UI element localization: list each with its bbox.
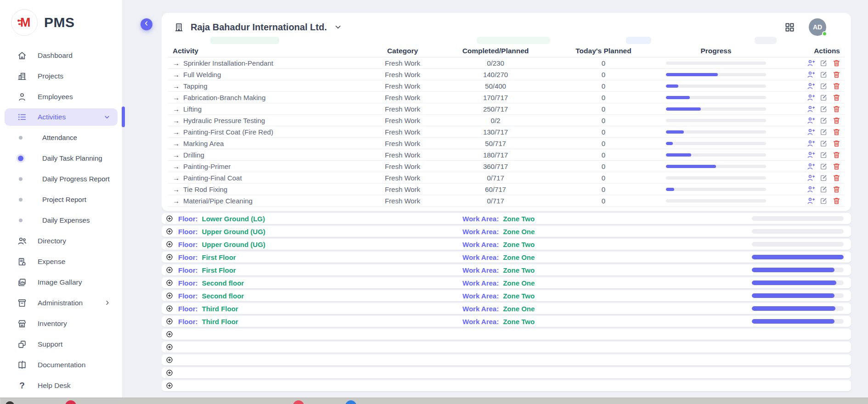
work-area-label: Work Area:	[462, 241, 499, 248]
completed-planned-cell: 0/2	[440, 117, 551, 124]
expand-floor-button[interactable]	[165, 227, 174, 236]
sidebar-item-expense[interactable]: Expense	[5, 251, 118, 272]
floor-row[interactable]: Floor:First FloorWork Area:Zone Two	[162, 264, 851, 275]
edit-button[interactable]	[819, 116, 828, 125]
edit-button[interactable]	[819, 196, 828, 205]
expand-floor-button[interactable]	[165, 317, 174, 325]
sidebar-item-help-desk[interactable]: ?Help Desk	[5, 375, 118, 396]
delete-button[interactable]	[832, 105, 841, 113]
sidebar-subitem-attendance[interactable]: Attendance	[0, 127, 122, 148]
delete-button[interactable]	[832, 70, 841, 79]
dock-icon-red[interactable]	[65, 400, 76, 404]
floor-row-cutoff[interactable]	[162, 367, 851, 378]
assign-user-button[interactable]	[806, 116, 815, 125]
edit-icon	[819, 93, 828, 102]
floor-row-cutoff[interactable]	[162, 342, 851, 353]
sidebar-item-directory[interactable]: Directory	[5, 230, 118, 251]
sidebar-item-inventory[interactable]: Inventory	[5, 313, 118, 334]
delete-button[interactable]	[832, 116, 841, 125]
expand-floor-button[interactable]	[165, 382, 174, 390]
edit-button[interactable]	[819, 59, 828, 67]
expand-floor-button[interactable]	[165, 356, 174, 364]
table-row: →Marking AreaFresh Work50/7170	[168, 138, 845, 149]
delete-button[interactable]	[832, 162, 841, 171]
expand-floor-button[interactable]	[165, 279, 174, 287]
edit-button[interactable]	[819, 128, 828, 136]
delete-button[interactable]	[832, 139, 841, 148]
expand-floor-button[interactable]	[165, 304, 174, 313]
sidebar-item-projects[interactable]: Projects	[5, 66, 118, 86]
edit-button[interactable]	[819, 185, 828, 194]
floor-row[interactable]: Floor:Upper Ground (UG)Work Area:Zone On…	[162, 226, 851, 237]
dock-icon-blue[interactable]	[345, 400, 356, 404]
apps-grid-icon[interactable]	[784, 22, 795, 33]
assign-user-button[interactable]	[806, 82, 815, 90]
floor-row[interactable]: Floor:Second floorWork Area:Zone Two	[162, 290, 851, 301]
expand-floor-button[interactable]	[165, 343, 174, 351]
assign-user-button[interactable]	[806, 162, 815, 171]
sidebar-subitem-daily-expenses[interactable]: Daily Expenses	[0, 210, 122, 230]
category-cell: Fresh Work	[365, 82, 440, 90]
expand-floor-button[interactable]	[165, 214, 174, 223]
assign-user-button[interactable]	[806, 93, 815, 102]
edit-button[interactable]	[819, 105, 828, 113]
expand-floor-button[interactable]	[165, 240, 174, 248]
sidebar-subitem-daily-task-planning[interactable]: Daily Task Planning	[0, 148, 122, 168]
floor-row-cutoff[interactable]	[162, 329, 851, 340]
work-area-group: Work Area:Zone One	[462, 279, 535, 287]
sidebar-item-activities[interactable]: Activities	[5, 108, 118, 126]
floor-row[interactable]: Floor:First FloorWork Area:Zone One	[162, 252, 851, 263]
sidebar-item-administration[interactable]: Administration	[5, 292, 118, 313]
assign-user-button[interactable]	[806, 70, 815, 79]
delete-button[interactable]	[832, 128, 841, 136]
question-icon: ?	[17, 381, 28, 390]
assign-user-button[interactable]	[806, 185, 815, 194]
sidebar-subitem-project-report[interactable]: Project Report	[0, 189, 122, 210]
edit-button[interactable]	[819, 139, 828, 148]
delete-button[interactable]	[832, 82, 841, 90]
delete-button[interactable]	[832, 196, 841, 205]
user-avatar[interactable]: AD	[809, 18, 826, 36]
sidebar-subitem-daily-progress-report[interactable]: Daily Progress Report	[0, 168, 122, 189]
expand-floor-button[interactable]	[165, 369, 174, 377]
floor-row[interactable]: Floor:Third FloorWork Area:Zone One	[162, 303, 851, 314]
assign-user-button[interactable]	[806, 105, 815, 113]
edit-button[interactable]	[819, 151, 828, 159]
sidebar-item-employees[interactable]: Employees	[5, 86, 118, 107]
floor-row[interactable]: Floor:Third FloorWork Area:Zone Two	[162, 316, 851, 327]
sidebar-item-support[interactable]: Support	[5, 334, 118, 354]
sidebar-item-image-gallary[interactable]: Image Gallary	[5, 272, 118, 292]
dock-icon-red[interactable]	[293, 400, 304, 404]
expand-floor-button[interactable]	[165, 330, 174, 338]
edit-button[interactable]	[819, 174, 828, 182]
floor-row-cutoff[interactable]	[162, 354, 851, 365]
edit-button[interactable]	[819, 82, 828, 90]
sidebar-collapse-button[interactable]	[141, 18, 152, 30]
assign-user-button[interactable]	[806, 196, 815, 205]
delete-button[interactable]	[832, 151, 841, 159]
sidebar-item-documentation[interactable]: Documentation	[5, 354, 118, 375]
sidebar-item-dashboard[interactable]: Dashboard	[5, 45, 118, 66]
delete-button[interactable]	[832, 59, 841, 67]
expand-floor-button[interactable]	[165, 266, 174, 274]
floor-row[interactable]: Floor:Second floorWork Area:Zone One	[162, 277, 851, 288]
floor-row[interactable]: Floor:Lower Ground (LG)Work Area:Zone Tw…	[162, 213, 851, 224]
edit-button[interactable]	[819, 93, 828, 102]
delete-button[interactable]	[832, 93, 841, 102]
expand-floor-button[interactable]	[165, 253, 174, 261]
assign-user-button[interactable]	[806, 151, 815, 159]
assign-user-button[interactable]	[806, 59, 815, 67]
delete-button[interactable]	[832, 174, 841, 182]
delete-button[interactable]	[832, 185, 841, 194]
edit-button[interactable]	[819, 70, 828, 79]
progress-cell	[656, 96, 776, 99]
dock-icon-app[interactable]	[0, 398, 1, 404]
floor-row-cutoff[interactable]	[162, 380, 851, 391]
expand-floor-button[interactable]	[165, 292, 174, 300]
company-chevron-down-icon[interactable]	[333, 22, 343, 32]
assign-user-button[interactable]	[806, 139, 815, 148]
floor-row[interactable]: Floor:Upper Ground (UG)Work Area:Zone Tw…	[162, 239, 851, 250]
assign-user-button[interactable]	[806, 128, 815, 136]
assign-user-button[interactable]	[806, 174, 815, 182]
edit-button[interactable]	[819, 162, 828, 171]
